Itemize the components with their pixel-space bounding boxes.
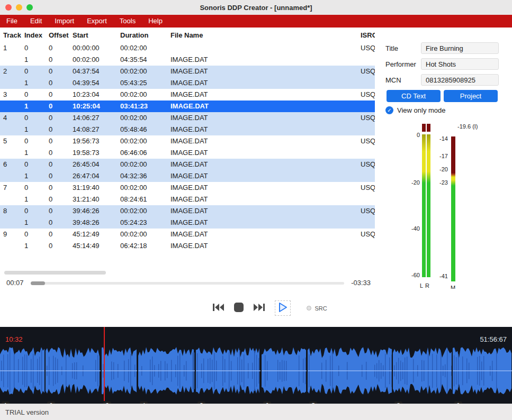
status-text: TRIAL version (5, 408, 49, 416)
table-row[interactable]: 1039:48:2605:24:23IMAGE.DAT (0, 217, 375, 229)
cell-duration: 00:02:00 (117, 205, 167, 217)
table-row[interactable]: 1004:39:5405:43:25IMAGE.DAT (0, 77, 375, 89)
cell-track (0, 170, 21, 182)
waveform-segment[interactable] (46, 346, 101, 395)
view-only-mode[interactable]: ✓ View only mode (385, 106, 446, 114)
track-table: TrackIndexOffsetStartDurationFile NameIS… (0, 28, 375, 289)
cd-text-button[interactable]: CD Text (387, 90, 441, 102)
waveform-segment[interactable] (102, 346, 137, 395)
table-row[interactable]: 70031:19:4000:02:00IMAGE.DATUSQ (0, 182, 375, 194)
cell-start: 14:08:27 (69, 124, 117, 135)
column-header[interactable]: File Name (167, 31, 357, 39)
table-row[interactable]: 60026:45:0400:02:00IMAGE.DATUSQ (0, 159, 375, 170)
menu-item-tools[interactable]: Tools (113, 15, 142, 28)
table-row[interactable]: 80039:46:2600:02:00IMAGE.DATUSQ (0, 205, 375, 217)
waveform-segment[interactable] (393, 346, 452, 395)
playhead-cursor[interactable] (104, 327, 105, 401)
column-header[interactable]: Offset (46, 31, 69, 39)
playhead-time: 10:32 (5, 335, 23, 343)
cell-track: 8 (0, 205, 21, 217)
cell-track (0, 217, 21, 229)
waveform-segment[interactable] (453, 346, 512, 395)
table-row[interactable]: 1031:21:4008:24:61IMAGE.DAT (0, 194, 375, 205)
table-row[interactable]: 50019:56:7300:02:00IMAGE.DATUSQ (0, 135, 375, 147)
menu-item-file[interactable]: File (0, 15, 24, 28)
cell-file (167, 42, 357, 54)
cell-file: IMAGE.DAT (167, 217, 357, 229)
column-header[interactable]: ISRC (357, 31, 375, 39)
track-marker: 8 (394, 401, 402, 404)
meter-scale-label: -20 (435, 166, 448, 172)
cell-file: IMAGE.DAT (167, 101, 357, 112)
table-row[interactable]: 1014:08:2705:48:46IMAGE.DAT (0, 124, 375, 135)
meter-bar-left (422, 134, 426, 277)
waveform-segment[interactable] (138, 346, 195, 395)
waveform-view[interactable]: 10:32 51:56:67 123456789 (0, 327, 512, 404)
cell-index: 1 (21, 147, 46, 159)
minimize-button[interactable] (16, 4, 22, 11)
menu-item-import[interactable]: Import (48, 15, 80, 28)
table-row[interactable]: 30010:23:0400:02:00IMAGE.DATUSQ (0, 89, 375, 101)
waveform-segment[interactable] (308, 346, 392, 395)
seek-slider[interactable] (31, 282, 344, 285)
cell-offset: 0 (46, 240, 69, 252)
waveform-segment[interactable] (196, 346, 261, 395)
transport-bar: SRC (0, 289, 512, 327)
table-row[interactable]: 90045:12:4900:02:00IMAGE.DATUSQ (0, 229, 375, 240)
zoom-button[interactable] (26, 4, 33, 11)
transport-controls: SRC (13, 300, 512, 316)
cell-index: 0 (21, 205, 46, 217)
table-row[interactable]: 1045:14:4906:42:18IMAGE.DAT (0, 240, 375, 252)
track-marker: 1 (2, 401, 10, 404)
cell-file: IMAGE.DAT (167, 66, 357, 77)
cell-duration: 05:48:46 (117, 124, 167, 135)
cell-offset: 0 (46, 42, 69, 54)
cell-offset: 0 (46, 135, 69, 147)
cell-duration: 00:02:00 (117, 89, 167, 101)
waveform-segment[interactable] (0, 346, 44, 395)
next-track-button[interactable] (253, 302, 266, 314)
cell-track: 6 (0, 159, 21, 170)
menu-item-help[interactable]: Help (142, 15, 169, 28)
menu-item-export[interactable]: Export (80, 15, 113, 28)
column-header[interactable]: Start (69, 31, 117, 39)
seek-thumb[interactable] (31, 281, 45, 285)
cell-index: 0 (21, 182, 46, 194)
performer-input[interactable] (421, 58, 499, 70)
src-toggle[interactable]: SRC (307, 305, 327, 312)
cell-track: 1 (0, 42, 21, 54)
traffic-lights (5, 4, 33, 11)
menu-item-edit[interactable]: Edit (24, 15, 48, 28)
src-indicator-icon (307, 306, 311, 311)
play-button[interactable] (275, 300, 291, 316)
table-row[interactable]: 20004:37:5400:02:00IMAGE.DATUSQ (0, 66, 375, 77)
table-row[interactable]: 10000:00:0000:02:00USQ (0, 42, 375, 54)
stop-button[interactable] (233, 302, 244, 314)
table-row[interactable]: 1026:47:0404:32:36IMAGE.DAT (0, 170, 375, 182)
close-button[interactable] (5, 4, 12, 11)
previous-track-button[interactable] (211, 302, 225, 314)
table-row[interactable]: 1000:02:0004:35:54IMAGE.DAT (0, 54, 375, 66)
table-row[interactable]: 40014:06:2700:02:00IMAGE.DATUSQ (0, 112, 375, 124)
column-header[interactable]: Index (21, 31, 46, 39)
cell-start: 39:46:26 (69, 205, 117, 217)
cell-track: 3 (0, 89, 21, 101)
cell-duration: 00:02:00 (117, 66, 167, 77)
cell-isrc: USQ (357, 89, 375, 101)
table-row[interactable]: 1010:25:0403:41:23IMAGE.DAT (0, 101, 375, 112)
total-time: 51:56:67 (480, 335, 507, 343)
project-button[interactable]: Project (444, 90, 498, 102)
main-region: TrackIndexOffsetStartDurationFile NameIS… (0, 28, 512, 289)
table-row[interactable]: 1019:58:7306:46:06IMAGE.DAT (0, 147, 375, 159)
side-panel: Title Performer MCN CD Text Project ✓ Vi… (375, 28, 512, 289)
waveform-segment[interactable] (262, 346, 307, 395)
title-input[interactable] (421, 42, 499, 54)
column-header[interactable]: Track (0, 31, 21, 39)
column-header[interactable]: Duration (117, 31, 167, 39)
cell-offset: 0 (46, 124, 69, 135)
mcn-input[interactable] (421, 74, 499, 86)
cell-index: 1 (21, 101, 46, 112)
cell-file: IMAGE.DAT (167, 147, 357, 159)
horizontal-scrollbar[interactable] (4, 271, 106, 275)
track-marker: 4 (140, 401, 148, 404)
